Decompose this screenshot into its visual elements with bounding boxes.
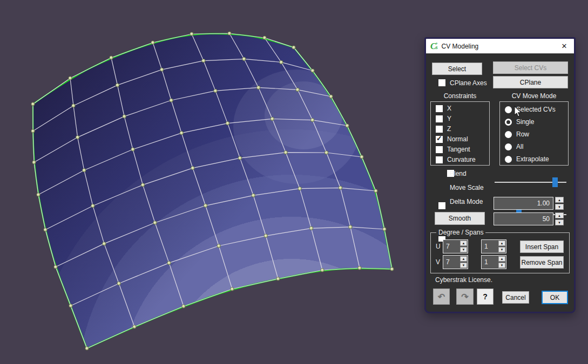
control-point[interactable]: [32, 161, 36, 164]
select-button[interactable]: Select: [432, 63, 482, 75]
control-point[interactable]: [69, 77, 72, 80]
control-point[interactable]: [231, 287, 234, 291]
control-point[interactable]: [91, 204, 94, 208]
move-scale-checkbox[interactable]: [438, 202, 445, 209]
control-point[interactable]: [390, 267, 394, 271]
control-point[interactable]: [360, 155, 363, 159]
constraint-checkbox-z[interactable]: [436, 126, 443, 133]
control-point[interactable]: [116, 84, 119, 87]
control-point[interactable]: [298, 187, 301, 190]
control-point[interactable]: [284, 151, 287, 154]
control-point[interactable]: [311, 118, 314, 121]
v-spans-up-icon[interactable]: ▲: [498, 256, 505, 262]
u-degree-value[interactable]: 7: [443, 240, 459, 253]
undo-button[interactable]: ↶: [433, 289, 450, 305]
control-point[interactable]: [321, 269, 324, 272]
control-point[interactable]: [103, 242, 106, 245]
u-spans-down-icon[interactable]: ▼: [498, 247, 505, 252]
cplane-axes-checkbox[interactable]: [438, 79, 445, 86]
control-point[interactable]: [263, 36, 266, 39]
control-point[interactable]: [226, 121, 229, 125]
viewport[interactable]: C°s CV Modeling ✕ Select Select CVs CPla…: [0, 0, 588, 364]
v-spans-down-icon[interactable]: ▼: [498, 263, 505, 268]
control-point[interactable]: [160, 68, 164, 71]
control-point[interactable]: [141, 183, 144, 187]
smooth-value-field[interactable]: 50: [494, 212, 553, 225]
control-point[interactable]: [374, 189, 377, 193]
control-point[interactable]: [110, 56, 113, 59]
select-cvs-button[interactable]: Select CVs: [493, 61, 568, 74]
v-degree-up-icon[interactable]: ▲: [460, 256, 467, 262]
control-point[interactable]: [123, 115, 126, 118]
control-point[interactable]: [349, 225, 352, 229]
control-point[interactable]: [329, 95, 333, 98]
move-mode-radio-selected-cvs[interactable]: [505, 106, 512, 113]
help-button[interactable]: ?: [477, 289, 494, 305]
blend-slider-thumb[interactable]: [552, 177, 558, 187]
ok-button[interactable]: OK: [542, 291, 568, 304]
delta-mode-value-field[interactable]: 1.00: [494, 197, 553, 210]
control-point[interactable]: [153, 221, 157, 224]
u-spans-value[interactable]: 1: [482, 240, 498, 253]
constraint-checkbox-curvature[interactable]: [436, 156, 443, 163]
move-mode-radio-extrapolate[interactable]: [505, 156, 512, 163]
redo-button[interactable]: ↷: [456, 289, 474, 305]
cplane-button[interactable]: CPlane: [493, 76, 568, 88]
control-point[interactable]: [117, 282, 120, 285]
u-degree-down-icon[interactable]: ▼: [460, 247, 467, 252]
v-degree-value[interactable]: 7: [443, 256, 459, 269]
close-icon[interactable]: ✕: [558, 40, 571, 52]
control-point[interactable]: [311, 69, 314, 72]
smooth-spin-down-icon[interactable]: ▼: [555, 219, 564, 225]
move-mode-radio-all[interactable]: [505, 143, 512, 150]
v-spans-spinner[interactable]: 1 ▲▼: [481, 255, 506, 269]
control-point[interactable]: [151, 41, 154, 44]
control-point[interactable]: [133, 325, 136, 328]
smooth-button[interactable]: Smooth: [435, 212, 485, 225]
control-point[interactable]: [31, 102, 35, 106]
control-point[interactable]: [44, 228, 47, 231]
move-mode-radio-single[interactable]: [505, 119, 512, 126]
control-point[interactable]: [292, 46, 295, 49]
control-point[interactable]: [325, 151, 328, 154]
control-point[interactable]: [31, 129, 35, 133]
control-point[interactable]: [85, 347, 89, 350]
control-point[interactable]: [339, 186, 342, 189]
control-point[interactable]: [264, 234, 267, 237]
control-point[interactable]: [383, 228, 386, 231]
insert-span-button[interactable]: Insert Span: [520, 241, 564, 253]
constraint-checkbox-tangent[interactable]: [436, 146, 443, 153]
control-point[interactable]: [217, 244, 220, 248]
control-point[interactable]: [276, 277, 280, 280]
control-point[interactable]: [83, 169, 86, 172]
remove-span-button[interactable]: Remove Span: [520, 256, 564, 269]
control-point[interactable]: [271, 117, 274, 120]
v-degree-down-icon[interactable]: ▼: [460, 263, 467, 268]
control-point[interactable]: [204, 204, 207, 207]
control-point[interactable]: [242, 57, 246, 60]
u-spans-up-icon[interactable]: ▲: [498, 241, 505, 246]
control-point[interactable]: [346, 124, 349, 127]
control-point[interactable]: [202, 59, 205, 62]
control-point[interactable]: [309, 226, 313, 230]
constraint-checkbox-y[interactable]: [436, 115, 443, 122]
control-point[interactable]: [54, 265, 57, 269]
v-degree-spinner[interactable]: 7 ▲▼: [443, 255, 468, 269]
cancel-button[interactable]: Cancel: [502, 291, 529, 304]
constraint-checkbox-normal[interactable]: [436, 136, 443, 143]
control-point[interactable]: [228, 32, 231, 35]
u-spans-spinner[interactable]: 1 ▲▼: [481, 239, 506, 253]
control-point[interactable]: [180, 131, 183, 134]
control-point[interactable]: [131, 148, 134, 151]
control-point[interactable]: [72, 104, 75, 107]
constraint-checkbox-x[interactable]: [436, 105, 443, 112]
control-point[interactable]: [191, 167, 194, 170]
move-mode-radio-row[interactable]: [505, 131, 512, 138]
delta-mode-spin-up-icon[interactable]: ▲: [555, 197, 564, 203]
control-point[interactable]: [76, 135, 79, 139]
control-point[interactable]: [214, 89, 217, 92]
u-degree-spinner[interactable]: 7 ▲▼: [443, 239, 468, 253]
dialog-titlebar[interactable]: C°s CV Modeling ✕: [426, 39, 574, 53]
control-point[interactable]: [190, 32, 193, 36]
v-spans-value[interactable]: 1: [482, 256, 498, 269]
